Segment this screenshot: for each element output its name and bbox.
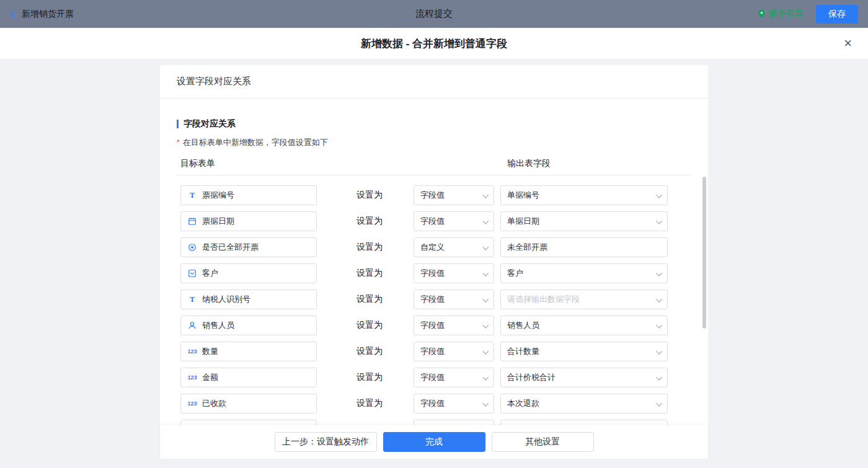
chevron-down-icon bbox=[656, 296, 662, 302]
output-field-select[interactable]: 请选择输出数据字段 bbox=[500, 289, 668, 309]
output-field-select[interactable]: 销售人员 bbox=[500, 316, 668, 335]
output-field-select[interactable]: 单据日期 bbox=[500, 211, 668, 231]
output-field-select[interactable]: 合计价税合计 bbox=[500, 368, 668, 387]
output-field-value: 单据日期 bbox=[507, 216, 539, 227]
target-field-box[interactable]: 销售人员 bbox=[180, 316, 317, 335]
value-mode-select[interactable]: 字段值 bbox=[414, 185, 494, 205]
set-as-label: 设置为 bbox=[356, 372, 384, 383]
set-as-label: 设置为 bbox=[356, 190, 384, 201]
section-title: 字段对应关系 bbox=[177, 118, 708, 130]
chevron-down-icon bbox=[482, 348, 489, 354]
value-mode-select[interactable]: 字段值 bbox=[414, 289, 494, 309]
radio-icon bbox=[187, 243, 197, 252]
value-mode-value: 字段值 bbox=[420, 398, 445, 409]
output-field-select[interactable]: 本次退款 bbox=[500, 394, 668, 413]
chevron-down-icon bbox=[482, 296, 489, 302]
output-field-value: 未全部开票 bbox=[507, 242, 547, 253]
value-mode-value: 字段值 bbox=[420, 372, 445, 383]
output-field-select[interactable]: 单据编号 bbox=[500, 185, 668, 205]
chevron-down-icon bbox=[482, 322, 489, 328]
column-headers: 目标表单 输出表字段 bbox=[160, 158, 708, 169]
topbar-actions: 新手引导 保存 bbox=[758, 5, 858, 24]
scrollbar-thumb[interactable] bbox=[702, 177, 706, 329]
output-field-value: 客户 bbox=[507, 268, 523, 279]
done-button[interactable]: 完成 bbox=[383, 432, 485, 452]
guide-button[interactable]: 新手引导 bbox=[758, 9, 804, 20]
field-mapping-row: 销售人员 设置为 字段值 销售人员 bbox=[180, 316, 708, 335]
number-icon: 123 bbox=[187, 400, 197, 407]
set-as-label: 设置为 bbox=[356, 346, 384, 357]
chevron-down-icon bbox=[656, 322, 662, 328]
output-field-select[interactable]: 合计数量 bbox=[500, 342, 668, 361]
save-button[interactable]: 保存 bbox=[816, 5, 858, 24]
target-field-box[interactable]: 123 数量 bbox=[180, 342, 317, 361]
column-header-target-form: 目标表单 bbox=[180, 158, 215, 169]
field-mapping-row-partial bbox=[180, 420, 708, 425]
field-mapping-row: 123 已收款 设置为 字段值 本次退款 bbox=[180, 394, 708, 413]
set-as-label: 设置为 bbox=[356, 268, 384, 279]
target-field-label: 金额 bbox=[202, 372, 218, 383]
output-field-value: 合计数量 bbox=[507, 346, 539, 357]
chevron-down-icon bbox=[482, 374, 489, 380]
field-mapping-rows: T 票据编号 设置为 字段值 单据编号 票据日期 设置为 字段值 单据日期 是否… bbox=[160, 185, 708, 425]
value-mode-value: 自定义 bbox=[420, 242, 445, 253]
target-field-label: 销售人员 bbox=[202, 320, 234, 331]
target-field-label: 票据编号 bbox=[202, 190, 234, 201]
set-as-label: 设置为 bbox=[356, 294, 384, 305]
back-button[interactable]: 新增销货开票 bbox=[10, 9, 74, 20]
value-mode-select[interactable]: 字段值 bbox=[414, 316, 494, 335]
value-mode-select[interactable]: 字段值 bbox=[414, 342, 494, 361]
output-field-select[interactable]: 客户 bbox=[500, 263, 668, 283]
chevron-down-icon bbox=[482, 270, 489, 276]
column-header-output-fields: 输出表字段 bbox=[507, 158, 551, 169]
settings-card: 设置字段对应关系 字段对应关系 *在目标表单中新增数据，字段值设置如下 目标表单… bbox=[160, 65, 708, 459]
target-field-box[interactable]: 票据日期 bbox=[180, 211, 317, 231]
output-field-value: 销售人员 bbox=[507, 320, 539, 331]
output-field-select[interactable] bbox=[500, 420, 668, 425]
chevron-down-icon bbox=[656, 400, 662, 406]
set-as-label: 设置为 bbox=[356, 320, 384, 331]
back-label: 新增销货开票 bbox=[22, 9, 74, 20]
output-field-value: 本次退款 bbox=[507, 398, 539, 409]
value-mode-value: 字段值 bbox=[420, 190, 445, 201]
output-field-value: 单据编号 bbox=[507, 190, 539, 201]
prev-step-button[interactable]: 上一步：设置触发动作 bbox=[275, 432, 377, 452]
field-mapping-row: 票据日期 设置为 字段值 单据日期 bbox=[180, 211, 708, 231]
text-icon: T bbox=[187, 294, 197, 304]
number-icon: 123 bbox=[187, 348, 197, 355]
field-mapping-row: 客户 设置为 字段值 客户 bbox=[180, 263, 708, 283]
target-field-label: 票据日期 bbox=[202, 216, 234, 227]
value-mode-select[interactable]: 字段值 bbox=[414, 368, 494, 387]
value-mode-select[interactable]: 字段值 bbox=[414, 263, 494, 283]
number-icon: 123 bbox=[187, 374, 197, 381]
chevron-down-icon bbox=[482, 400, 489, 406]
value-mode-select[interactable]: 自定义 bbox=[414, 237, 494, 257]
target-field-box[interactable]: 是否已全部开票 bbox=[180, 237, 317, 257]
chevron-down-icon bbox=[482, 244, 489, 250]
chevron-down-icon bbox=[482, 192, 489, 198]
target-field-box[interactable]: T 纳税人识别号 bbox=[180, 289, 317, 309]
output-field-select[interactable]: 未全部开票 bbox=[500, 237, 668, 257]
target-field-box[interactable] bbox=[180, 420, 317, 425]
topbar: 新增销货开票 流程提交 新手引导 保存 bbox=[0, 0, 868, 28]
target-field-box[interactable]: 123 已收款 bbox=[180, 394, 317, 413]
user-icon bbox=[187, 321, 197, 330]
close-icon[interactable]: × bbox=[844, 37, 852, 50]
target-field-box[interactable]: 123 金额 bbox=[180, 368, 317, 387]
select-icon bbox=[187, 269, 197, 278]
section-accent-bar bbox=[177, 120, 179, 128]
output-field-value: 请选择输出数据字段 bbox=[507, 294, 580, 305]
header-divider bbox=[177, 175, 691, 175]
target-field-box[interactable]: 客户 bbox=[180, 263, 317, 283]
chevron-down-icon bbox=[656, 218, 662, 224]
value-mode-select[interactable]: 字段值 bbox=[414, 394, 494, 413]
target-field-box[interactable]: T 票据编号 bbox=[180, 185, 317, 205]
chevron-down-icon bbox=[656, 348, 662, 354]
value-mode-select[interactable]: 字段值 bbox=[414, 211, 494, 231]
other-settings-button[interactable]: 其他设置 bbox=[492, 432, 594, 452]
calendar-icon bbox=[187, 217, 197, 226]
field-mapping-row: 是否已全部开票 设置为 自定义 未全部开票 bbox=[180, 237, 708, 257]
set-as-label: 设置为 bbox=[356, 216, 384, 227]
value-mode-select[interactable] bbox=[414, 420, 494, 425]
field-mapping-row: 123 数量 设置为 字段值 合计数量 bbox=[180, 342, 708, 361]
